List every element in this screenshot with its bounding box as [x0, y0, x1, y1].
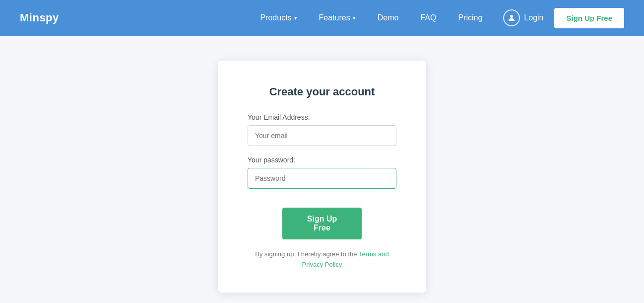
card-title: Create your account — [269, 85, 375, 98]
signup-card: Create your account Your Email Address: … — [218, 61, 426, 293]
nav-pricing[interactable]: Pricing — [449, 9, 491, 26]
email-form-group: Your Email Address: — [248, 113, 396, 146]
user-icon — [503, 9, 520, 26]
chevron-down-icon: ▾ — [294, 15, 297, 21]
email-input[interactable] — [248, 125, 396, 146]
terms-text: By signing up, I hereby agree to the Ter… — [248, 249, 396, 270]
svg-point-0 — [510, 15, 513, 18]
password-label: Your password: — [248, 156, 396, 164]
nav-features[interactable]: Features ▾ — [310, 9, 365, 26]
main-signup-button[interactable]: Sign Up Free — [282, 208, 362, 239]
main-nav: Products ▾ Features ▾ Demo FAQ Pricing — [251, 9, 491, 26]
email-label: Your Email Address: — [248, 113, 396, 121]
nav-faq[interactable]: FAQ — [411, 9, 445, 26]
site-logo: Minspy — [20, 11, 59, 24]
nav-demo[interactable]: Demo — [369, 9, 408, 26]
chevron-down-icon: ▾ — [353, 15, 356, 21]
login-nav-item[interactable]: Login — [496, 5, 550, 30]
password-input[interactable] — [248, 168, 396, 189]
main-content: Create your account Your Email Address: … — [0, 36, 644, 303]
header-signup-button[interactable]: Sign Up Free — [554, 8, 624, 28]
nav-products[interactable]: Products ▾ — [251, 9, 306, 26]
password-form-group: Your password: — [248, 156, 396, 189]
site-header: Minspy Products ▾ Features ▾ Demo FAQ Pr… — [0, 0, 644, 36]
